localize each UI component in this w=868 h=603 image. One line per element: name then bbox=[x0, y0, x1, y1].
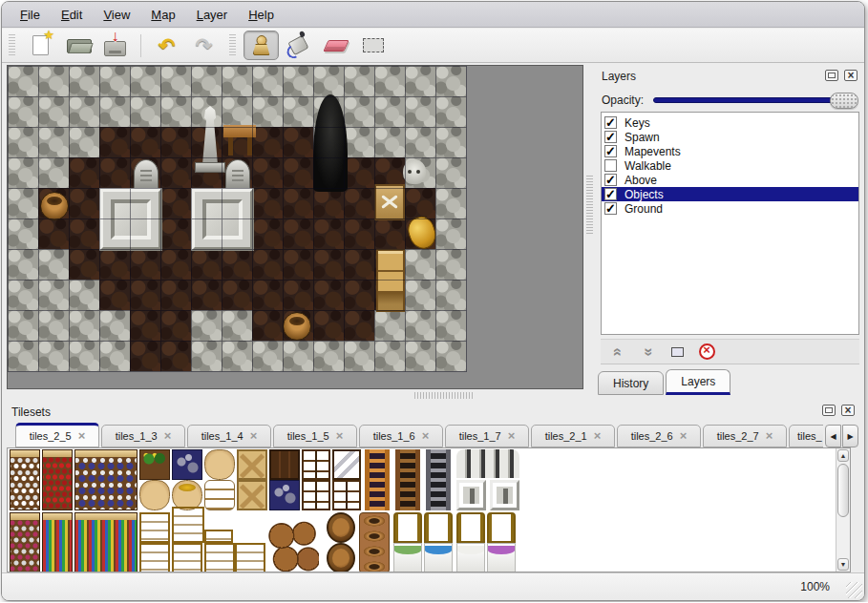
close-tab-icon[interactable]: × bbox=[250, 431, 258, 441]
redo-button[interactable]: ↷ bbox=[186, 31, 222, 60]
tileset-tab-tiles_2_6[interactable]: tiles_2_6× bbox=[617, 425, 701, 447]
scroll-tabs-right-button[interactable]: ▶ bbox=[842, 425, 858, 447]
tileset-tile-bed-purple[interactable] bbox=[487, 543, 516, 572]
tileset-tile-bed-head[interactable] bbox=[487, 512, 516, 543]
tileset-tab-tiles_2_7[interactable]: tiles_2_7× bbox=[703, 425, 787, 447]
delete-layer-button[interactable] bbox=[697, 343, 716, 362]
toolbar-drag-handle[interactable] bbox=[229, 34, 236, 57]
tileset-tile-hearth[interactable] bbox=[490, 480, 519, 510]
tileset-tile-chest[interactable] bbox=[332, 480, 361, 510]
tab-layers[interactable]: Layers bbox=[666, 369, 730, 395]
layer-visibility-checkbox[interactable]: ✓ bbox=[604, 145, 617, 157]
tileset-tile-crate-yellow[interactable] bbox=[172, 507, 204, 543]
tileset-tile-barrel[interactable] bbox=[327, 512, 355, 543]
layer-row-ground[interactable]: ✓Ground bbox=[602, 201, 858, 216]
tileset-tile-barrel[interactable] bbox=[327, 543, 355, 572]
tileset-tile-crate-yellow[interactable] bbox=[139, 512, 170, 543]
tileset-tab-tiles_2_5[interactable]: tiles_2_5× bbox=[15, 423, 99, 447]
tileset-tile-bed-head[interactable] bbox=[393, 512, 422, 543]
layer-visibility-checkbox[interactable] bbox=[604, 159, 617, 172]
tileset-tile-barrels[interactable] bbox=[265, 518, 319, 572]
layer-row-objects[interactable]: ✓Objects bbox=[602, 187, 858, 201]
tileset-tile-shelf-books[interactable] bbox=[42, 512, 73, 572]
tileset-tile-shelf-jars[interactable] bbox=[10, 512, 40, 572]
tileset-tile-crate-junk[interactable] bbox=[269, 480, 300, 510]
map-viewport[interactable] bbox=[7, 65, 583, 389]
menu-item-map[interactable]: Map bbox=[142, 6, 183, 24]
eraser-tool-button[interactable] bbox=[318, 31, 353, 60]
save-file-button[interactable] bbox=[97, 31, 133, 60]
fill-tool-button[interactable] bbox=[281, 31, 316, 60]
opacity-slider[interactable] bbox=[653, 97, 857, 103]
layer-row-walkable[interactable]: Walkable bbox=[602, 158, 858, 173]
scroll-tabs-left-button[interactable]: ◀ bbox=[825, 425, 841, 447]
float-panel-icon[interactable] bbox=[822, 405, 836, 416]
tileset-tile-shelf-dishes[interactable] bbox=[10, 449, 40, 510]
stamp-tool-button[interactable] bbox=[243, 31, 279, 60]
tileset-tab-tiles_1_4[interactable]: tiles_1_4× bbox=[187, 425, 271, 447]
tileset-tile-crate-green[interactable] bbox=[139, 449, 170, 480]
tileset-tab-tiles_1_6[interactable]: tiles_1_6× bbox=[359, 425, 443, 447]
layer-row-mapevents[interactable]: ✓Mapevents bbox=[602, 144, 858, 158]
layer-visibility-checkbox[interactable]: ✓ bbox=[604, 131, 617, 143]
tileset-view[interactable]: ▲ ▼ bbox=[7, 447, 851, 572]
tileset-tile-bed-blue[interactable] bbox=[424, 543, 453, 572]
tileset-tab-tiles_1_3[interactable]: tiles_1_3× bbox=[101, 425, 185, 447]
tileset-tile-chest[interactable] bbox=[302, 449, 330, 480]
tileset-tile-arch[interactable] bbox=[456, 449, 519, 478]
tileset-tab-tiles[interactable]: tiles_ bbox=[789, 425, 823, 447]
tileset-tab-tiles_1_5[interactable]: tiles_1_5× bbox=[273, 425, 357, 447]
close-tab-icon[interactable]: × bbox=[164, 431, 172, 441]
tileset-tile-crate-x[interactable] bbox=[237, 449, 267, 480]
close-tab-icon[interactable]: × bbox=[78, 431, 86, 441]
menu-item-file[interactable]: File bbox=[11, 6, 49, 24]
menu-item-help[interactable]: Help bbox=[240, 6, 283, 24]
opacity-slider-handle[interactable] bbox=[830, 93, 858, 109]
tileset-tile-crate-yellow[interactable] bbox=[172, 543, 202, 572]
raise-layer-button[interactable]: « bbox=[608, 343, 627, 362]
splitter-grip[interactable] bbox=[414, 392, 474, 399]
tab-history[interactable]: History bbox=[598, 371, 664, 395]
layer-visibility-checkbox[interactable]: ✓ bbox=[604, 188, 617, 200]
layer-visibility-checkbox[interactable]: ✓ bbox=[604, 174, 617, 186]
layer-list[interactable]: ✓Keys✓Spawn✓MapeventsWalkable✓Above✓Obje… bbox=[601, 112, 859, 335]
tileset-tab-tiles_1_7[interactable]: tiles_1_7× bbox=[445, 425, 529, 447]
close-tab-icon[interactable]: × bbox=[594, 431, 602, 441]
close-panel-icon[interactable] bbox=[844, 70, 857, 81]
tileset-tile-sack-stack[interactable] bbox=[204, 480, 235, 510]
undo-button[interactable]: ↶ bbox=[149, 31, 184, 60]
tileset-tile-chest-dark[interactable] bbox=[269, 449, 300, 480]
select-tool-button[interactable] bbox=[355, 31, 391, 60]
tileset-tile-shelf-books[interactable] bbox=[74, 512, 138, 572]
splitter-grip[interactable] bbox=[586, 176, 593, 235]
tileset-tile-chest-metal[interactable] bbox=[332, 449, 361, 480]
close-tab-icon[interactable]: × bbox=[336, 431, 344, 441]
scrollbar-thumb[interactable] bbox=[837, 464, 849, 517]
menu-item-layer[interactable]: Layer bbox=[188, 6, 237, 24]
tileset-tile-bed-head[interactable] bbox=[456, 512, 485, 543]
map-canvas[interactable] bbox=[8, 66, 466, 371]
new-file-button[interactable] bbox=[23, 31, 58, 60]
tileset-tile-bed-white[interactable] bbox=[456, 543, 485, 572]
menu-item-view[interactable]: View bbox=[95, 6, 138, 24]
toolbar-drag-handle[interactable] bbox=[9, 34, 15, 57]
tileset-tile-sack[interactable] bbox=[139, 480, 170, 510]
tileset-tile-crate-yellow[interactable] bbox=[204, 543, 235, 572]
duplicate-layer-button[interactable] bbox=[667, 343, 687, 362]
tileset-tile-sack[interactable] bbox=[204, 449, 235, 480]
close-tab-icon[interactable]: × bbox=[508, 431, 516, 441]
tileset-tab-tiles_2_1[interactable]: tiles_2_1× bbox=[531, 425, 615, 447]
resize-grip-icon[interactable] bbox=[846, 582, 862, 598]
tileset-tile-ladder-gray[interactable] bbox=[426, 449, 451, 510]
close-panel-icon[interactable] bbox=[841, 405, 855, 416]
close-tab-icon[interactable]: × bbox=[680, 431, 688, 441]
close-tab-icon[interactable]: × bbox=[766, 431, 773, 441]
horizontal-splitter[interactable] bbox=[7, 389, 583, 401]
tileset-tile-bed-head[interactable] bbox=[424, 512, 453, 543]
float-panel-icon[interactable] bbox=[825, 70, 838, 81]
lower-layer-button[interactable]: « bbox=[638, 343, 657, 362]
tileset-tile-shelf-blue[interactable] bbox=[74, 449, 138, 510]
tileset-canvas[interactable] bbox=[10, 449, 831, 572]
tileset-scrollbar[interactable]: ▲ ▼ bbox=[836, 448, 850, 572]
tileset-tile-shelf-red[interactable] bbox=[42, 449, 73, 510]
